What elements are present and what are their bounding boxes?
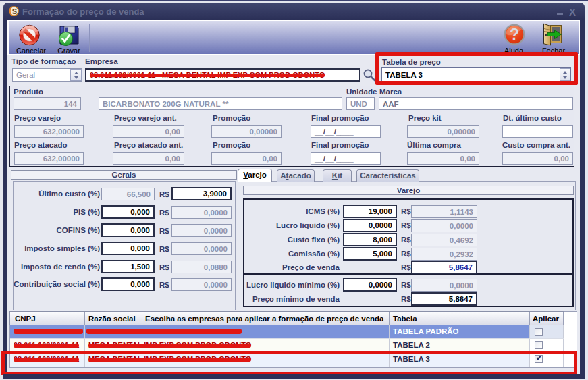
svg-text:?: ? [510,26,519,43]
svg-text:S: S [12,7,17,16]
